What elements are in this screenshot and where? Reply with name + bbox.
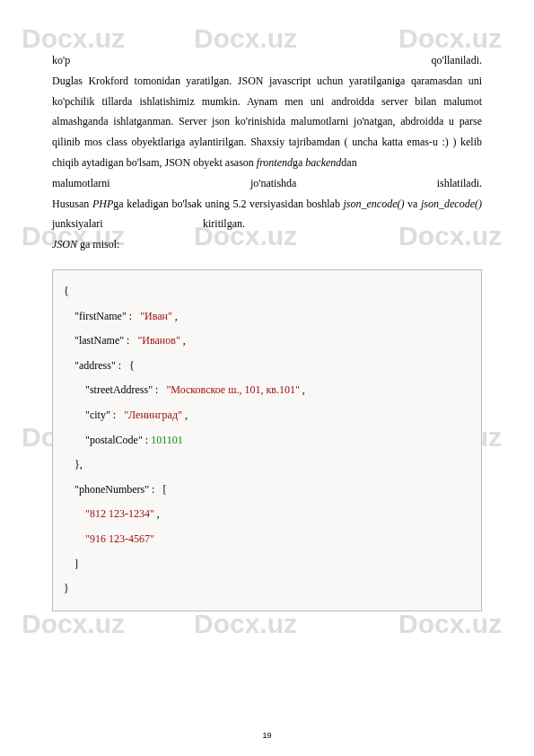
text: Hususan	[52, 198, 92, 210]
document-content: ko'p qo'llaniladi. Duglas Krokford tomon…	[0, 0, 534, 611]
main-paragraph: ko'p qo'llaniladi. Duglas Krokford tomon…	[52, 50, 482, 255]
code-block: { "firstName" : "Иван" , "lastName" : "И…	[52, 269, 482, 611]
text: ga	[293, 156, 305, 169]
text-italic: json_decode()	[421, 198, 482, 210]
code-line: "812 123-1234" ,	[64, 502, 470, 527]
code-line: "916 123-4567"	[64, 527, 470, 552]
code-line: "phoneNumbers" : [	[64, 478, 470, 503]
page-number: 19	[0, 731, 534, 740]
text: ga misol:	[77, 238, 119, 251]
text-italic: backend	[305, 156, 341, 169]
text-italic: json_encode()	[344, 198, 405, 210]
text: ga keladigan bo'lsak uning 5.2 versiyasi…	[113, 198, 343, 210]
text: junksiyalari	[52, 214, 103, 234]
text: va	[405, 198, 422, 210]
text: ko'p	[52, 50, 70, 71]
text: qo'llaniladi.	[432, 50, 482, 71]
text: dan	[341, 156, 356, 169]
code-line: "postalCode" : 101101	[64, 428, 470, 453]
watermark: Docx.uz	[194, 609, 297, 639]
text: kiritilgan.	[203, 214, 245, 234]
code-line: "streetAddress" : "Московское ш., 101, к…	[64, 378, 470, 403]
watermark: Docx.uz	[22, 609, 125, 639]
text: Duglas Krokford tomonidan yaratilgan. JS…	[52, 75, 482, 169]
text: ishlatiladi.	[437, 173, 482, 194]
text: jo'natishda	[250, 173, 297, 194]
code-line: "city" : "Ленинград" ,	[64, 403, 470, 428]
text: malumotlarni	[52, 173, 110, 194]
code-line: "firstName" : "Иван" ,	[64, 304, 470, 330]
text-italic: JSON	[52, 238, 77, 251]
code-line: ]	[64, 552, 470, 577]
text-italic: PHP	[92, 198, 113, 210]
code-line: },	[64, 453, 470, 478]
code-line: "lastName" : "Иванов" ,	[64, 329, 470, 354]
code-line: "address" : {	[64, 354, 470, 379]
code-line: }	[64, 576, 470, 602]
code-line: {	[64, 279, 470, 304]
watermark: Docx.uz	[398, 609, 502, 639]
text-italic: frontend	[257, 156, 293, 169]
